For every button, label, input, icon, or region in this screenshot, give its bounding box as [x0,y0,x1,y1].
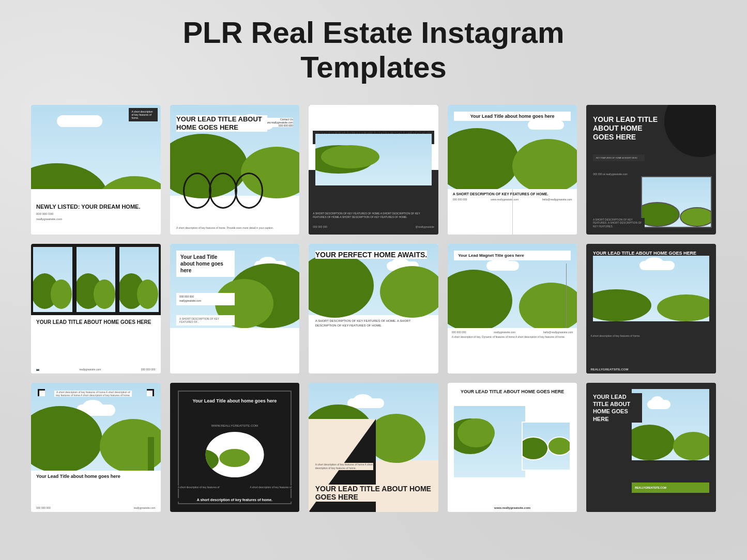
desc-9: A short description of key. Dynamic of f… [452,335,573,339]
main-text-5: YOUR LEAD TITLE ABOUT HOME GOES HERE [593,115,664,141]
hill-28 [220,449,250,467]
contact-row-9: 000 000 000 reallygreatsite.com hello@re… [452,331,573,334]
cloud-15 [647,400,670,409]
page-title: PLR Real Estate Instagram Templates [31,15,716,84]
template-card-1[interactable]: A short description of key features of h… [31,105,161,235]
hill-14 [94,279,115,309]
green-block-11 [148,437,154,476]
corner-tl-11 [38,389,45,396]
email-4: hello@reallygreatsite.com [542,198,572,201]
green-bar-15: REALLYGREATSITE.COM [632,483,709,493]
vertical-line-9 [566,263,567,328]
hill-35 [632,425,675,460]
corner-tr-11 [147,389,154,396]
hill-12 [51,279,72,309]
bottom-desc-12: A short description of key features of h… [178,498,292,502]
template-card-4[interactable]: Your Lead Title about home goes here A S… [448,105,577,235]
main-text-13: YOUR LEAD TITLE ABOUT HOME GOES HERE [315,485,432,502]
phone-3: 000 000 000 [313,225,327,228]
frame-6c [119,247,159,312]
hill-33 [522,437,548,460]
main-text-4: Your Lead Title about home goes here [454,112,571,121]
template-card-3[interactable]: YOUR LEAD TITLE ABOUT HOME GOES HERE A S… [309,105,438,235]
main-text-2: YOUR LEAD TITLE ABOUT HOME GOES HERE [176,115,267,131]
hill-9 [641,202,680,227]
phone-2: 000 000 000 [265,124,293,127]
circle-12 [206,432,264,477]
hill-16 [137,279,159,309]
sky-bg-10 [593,251,710,322]
main-text-1: NEWLY LISTED: YOUR DREAM HOME. [36,204,156,210]
website-7: reallygreatsite.com [179,299,232,302]
bottom-section-10: A short description of key features of h… [586,332,716,373]
icon-instagram-6: 📷 [36,368,39,371]
phone-9: 000 000 000 [452,331,466,334]
desc-8: A SHORT DESCRIPTION OF KEY FEATURES OF H… [315,319,432,328]
bottom-section-9: 000 000 000 reallygreatsite.com hello@re… [448,328,577,374]
sky-bg-15 [632,389,709,460]
desc-5: A SHORT DESCRIPTION OF KEY FEATURES. A S… [593,218,645,228]
contact-area-2: Contact Us www.reallygreatsite.com 000 0… [265,118,293,127]
main-text-10: YOUR LEAD TITLE ABOUT HOME GOES HERE [593,251,710,256]
contact-5: 000 000 at reallygreatsite.com [593,173,628,176]
phone-6: 000 000 000 [141,368,156,371]
img-rect1-14 [454,406,525,477]
handle-3: @reallygreatsite [416,225,434,228]
hill-34 [547,437,571,455]
template-card-14[interactable]: YOUR LEAD TITLE ABOUT HOME GOES HERE www… [448,383,577,512]
hill-10 [680,207,712,227]
circle-frame-1 [183,173,211,209]
main-text-14: YOUR LEAD TITLE ABOUT HOME GOES HERE [454,389,571,394]
main-text-9: Your Lead Magnet Title goes here [454,251,571,260]
small-box-5: KEY FEATURES OF HOME A SHORT DESC [593,154,645,161]
desc-10: A short description of key features of h… [590,334,712,338]
desc1-12: A short description of key features of [178,486,220,489]
template-card-5[interactable]: YOUR LEAD TITLE ABOUT HOME GOES HERE KEY… [586,105,716,235]
hill-24 [657,294,710,321]
template-card-13[interactable]: A short description of key features of h… [309,383,438,512]
footer-6: 📷 reallygreatsite.com 000 000 000 [36,368,156,371]
contact-area-7: 000 000 000 reallygreatsite.com [176,293,235,305]
bottom-section-6: YOUR LEAD TITLE ABOUT HOME GOES HERE [31,315,161,374]
top-desc-11: A short description of key features of h… [54,391,132,397]
website-9: reallygreatsite.com [494,331,515,334]
cloud-10 [639,261,675,270]
hill-36 [673,432,710,460]
divider-4 [512,189,513,235]
website-label-15: REALLYGREATSITE.COM [635,486,666,489]
bottom-section-3: A SHORT DESCRIPTION OF KEY FEATURES OF H… [309,206,438,235]
hill-8 [512,139,577,193]
template-card-10[interactable]: YOUR LEAD TITLE ABOUT HOME GOES HERE A s… [586,244,716,374]
template-card-15[interactable]: YOUR LEAD TITLE ABOUT HOME GOES HERE REA… [586,383,716,512]
template-card-6[interactable]: YOUR LEAD TITLE ABOUT HOME GOES HERE 📷 r… [31,244,161,374]
template-card-9[interactable]: Your Lead Magnet Title goes here 000 000… [448,244,577,374]
desc-13: A short description of key features of h… [315,463,374,470]
website-6: reallygreatsite.com [79,368,101,371]
email-9: hello@reallygreatsite.com [543,331,573,334]
contact-row-11: 000 000 000 reallygreatsite.com [36,506,156,509]
frame-6a [33,247,72,312]
desc-3: A SHORT DESCRIPTION OF KEY FEATURES OF H… [313,212,434,219]
cloud-1 [57,115,102,127]
website-10: REALLYGREATSITE.COM [590,368,628,371]
bottom-section-15 [586,493,716,512]
template-card-7[interactable]: Your Lead Title about home goes here 000… [170,244,300,374]
main-text-11: Your Lead Title about home goes here [36,474,156,480]
hill-6 [321,145,379,168]
dark-circle-5 [664,105,716,157]
bottom-section-11: Your Lead Title about home goes here 000… [31,471,161,512]
template-card-11[interactable]: A short description of key features of h… [31,383,161,512]
template-grid: A short description of key features of h… [31,105,716,512]
website-1: reallygreatsite.com [36,217,156,221]
caption-2: A short description of key features of h… [176,226,273,229]
frame-6b [77,247,116,312]
website-12: WWW.REALLYGREATSITE.COM [183,424,287,427]
main-text-7: Your Lead Title about home goes here [176,251,235,277]
desc-row-12: A short description of key features of A… [178,486,292,489]
template-card-2[interactable]: YOUR LEAD TITLE ABOUT HOME GOES HERE Con… [170,105,300,235]
hill-20 [380,266,438,318]
template-card-12[interactable]: Your Lead Title about home goes here WWW… [170,383,300,512]
template-card-8[interactable]: YOUR PERFECT HOME AWAITS. A SHORT DESCRI… [309,244,438,374]
main-text-6: YOUR LEAD TITLE ABOUT HOME GOES HERE [36,319,156,325]
cloud-9 [486,261,519,271]
